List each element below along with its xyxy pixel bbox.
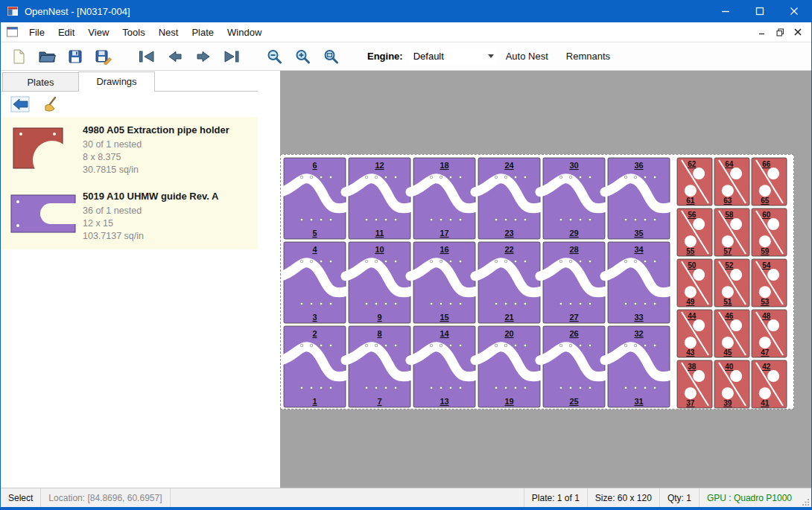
status-gpu: GPU : Quadro P1000 <box>699 488 799 507</box>
nested-part-pair-purple[interactable]: 1211 <box>346 158 413 239</box>
menu-plate[interactable]: Plate <box>185 23 221 42</box>
nested-part-pair-red[interactable]: 6665 <box>752 158 787 205</box>
part-number: 38 <box>688 363 697 371</box>
mdi-document-icon[interactable] <box>7 27 18 37</box>
previous-plate-button[interactable] <box>163 45 187 68</box>
menu-view[interactable]: View <box>81 23 115 42</box>
part-number: 13 <box>440 397 448 406</box>
new-button[interactable] <box>7 45 31 68</box>
part-number: 52 <box>725 261 734 270</box>
nested-part-pair-red[interactable]: 3837 <box>677 360 712 408</box>
nested-part-pair-purple[interactable]: 109 <box>346 242 413 323</box>
nested-part-pair-red[interactable]: 4039 <box>714 360 749 408</box>
save-as-button[interactable] <box>92 45 115 68</box>
engine-selected-value: Default <box>413 51 444 62</box>
mdi-window-controls <box>753 24 807 40</box>
drawing-info: 4980 A05 Extraction pipe holder 30 of 1 … <box>83 124 229 176</box>
open-button[interactable] <box>35 45 59 68</box>
part-number: 55 <box>686 247 695 255</box>
part-shape-red <box>10 124 69 173</box>
maximize-button[interactable] <box>743 0 777 22</box>
part-number: 23 <box>504 229 513 238</box>
nested-part-pair-red[interactable]: 5857 <box>714 208 749 256</box>
nested-part-pair-purple[interactable]: 3231 <box>605 326 673 407</box>
resize-grip[interactable] <box>799 488 811 507</box>
engine-select[interactable]: Default <box>409 48 497 65</box>
drawing-list-item[interactable]: 4980 A05 Extraction pipe holder 30 of 1 … <box>1 117 258 183</box>
mdi-close-button[interactable] <box>789 24 807 40</box>
nested-part-pair-purple[interactable]: 1817 <box>410 158 478 239</box>
mdi-restore-button[interactable] <box>771 24 789 40</box>
part-number: 25 <box>569 397 578 406</box>
menu-edit[interactable]: Edit <box>51 23 81 42</box>
first-plate-button[interactable] <box>135 45 159 68</box>
tab-drawings[interactable]: Drawings <box>78 71 155 92</box>
nested-part-pair-purple[interactable]: 2221 <box>475 242 543 323</box>
close-button[interactable] <box>777 0 811 22</box>
part-number: 17 <box>440 229 448 238</box>
part-number: 37 <box>686 399 695 407</box>
last-plate-button[interactable] <box>220 45 244 68</box>
engine-area: Engine: Default <box>367 48 497 65</box>
status-location: Location: [84.8696, 60.6957] <box>41 488 170 507</box>
zoom-fit-icon[interactable] <box>320 45 343 68</box>
auto-nest-button[interactable]: Auto Nest <box>497 51 557 62</box>
nested-part-pair-purple[interactable]: 3029 <box>540 158 608 239</box>
nested-part-pair-red[interactable]: 4847 <box>752 310 787 357</box>
menu-tools[interactable]: Tools <box>115 23 151 42</box>
menu-file[interactable]: File <box>22 23 51 42</box>
nested-part-pair-purple[interactable]: 1413 <box>410 326 478 407</box>
drawing-size: 12 x 15 <box>83 217 218 230</box>
mdi-minimize-button[interactable] <box>753 24 771 40</box>
next-plate-button[interactable] <box>191 45 215 68</box>
nested-part-pair-purple[interactable]: 2827 <box>540 242 608 323</box>
part-number: 22 <box>504 245 513 254</box>
nested-part-pair-purple[interactable]: 2019 <box>475 326 543 407</box>
save-button[interactable] <box>63 45 87 68</box>
nested-part-pair-red[interactable]: 4645 <box>714 310 749 357</box>
zoom-in-icon[interactable] <box>291 45 315 68</box>
tab-plates[interactable]: Plates <box>2 72 79 91</box>
navigation-group <box>135 45 248 68</box>
part-number: 60 <box>762 211 771 219</box>
menu-window[interactable]: Window <box>221 23 268 42</box>
zoom-out-icon[interactable] <box>263 45 287 68</box>
nested-part-pair-red[interactable]: 5655 <box>677 208 712 256</box>
remnants-button[interactable]: Remnants <box>557 51 619 62</box>
nested-part-pair-purple[interactable]: 1615 <box>410 242 478 323</box>
nested-part-pair-purple[interactable]: 3635 <box>605 158 673 239</box>
zoom-group <box>263 45 348 68</box>
menu-nest[interactable]: Nest <box>152 23 185 42</box>
clear-broom-button[interactable] <box>41 95 62 114</box>
main-area: Plates Drawings <box>1 71 811 488</box>
nested-part-pair-red[interactable]: 4241 <box>752 360 787 408</box>
part-number: 24 <box>504 161 514 170</box>
plate[interactable]: 6512111817242330293635431091615222128273… <box>280 154 794 409</box>
nested-part-pair-purple[interactable]: 2625 <box>540 326 608 407</box>
part-number: 20 <box>504 329 513 338</box>
part-number: 63 <box>723 197 732 205</box>
nested-part-pair-red[interactable]: 5049 <box>677 259 712 307</box>
part-number: 31 <box>634 397 643 406</box>
nested-part-pair-red[interactable]: 5251 <box>714 259 749 307</box>
part-number: 32 <box>634 329 643 338</box>
drawing-list-item[interactable]: 5019 A10 UHMW guide Rev. A 36 of 1 neste… <box>1 183 258 249</box>
nested-part-pair-purple[interactable]: 43 <box>281 242 349 323</box>
nested-part-pair-purple[interactable]: 2423 <box>475 158 543 239</box>
nest-canvas[interactable]: 6512111817242330293635431091615222128273… <box>258 71 811 488</box>
nested-part-pair-purple[interactable]: 3433 <box>605 242 673 323</box>
status-plate: Plate: 1 of 1 <box>524 488 587 507</box>
nested-part-pair-purple[interactable]: 87 <box>346 326 413 407</box>
import-drawing-button[interactable] <box>10 95 31 114</box>
nested-part-pair-red[interactable]: 5453 <box>752 259 787 307</box>
nested-part-pair-purple[interactable]: 21 <box>281 326 349 407</box>
drawing-area: 103.7137 sq/in <box>83 230 218 243</box>
nested-part-pair-purple[interactable]: 65 <box>281 158 349 239</box>
part-number: 59 <box>761 247 770 255</box>
nested-part-pair-red[interactable]: 6261 <box>677 158 712 205</box>
nested-part-pair-red[interactable]: 6463 <box>714 158 749 205</box>
nested-part-pair-red[interactable]: 4443 <box>677 310 712 357</box>
part-shape-purple <box>10 191 78 237</box>
minimize-button[interactable] <box>708 0 743 22</box>
nested-part-pair-red[interactable]: 6059 <box>752 208 787 256</box>
